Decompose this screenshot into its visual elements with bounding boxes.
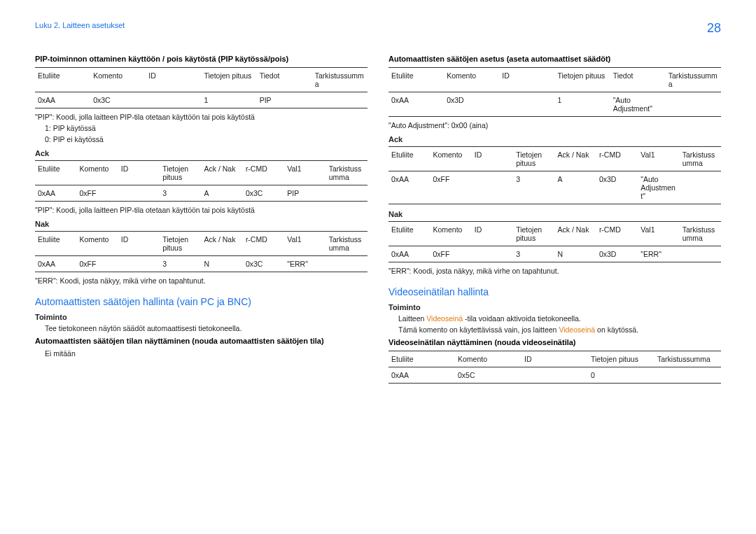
cell: 3 bbox=[160, 185, 201, 202]
col-header: Etuliite bbox=[388, 351, 455, 367]
col-header: r-CMD bbox=[243, 232, 284, 256]
cell: 1 bbox=[554, 92, 610, 117]
col-header: Tarkistussumma bbox=[666, 68, 721, 92]
cell: 3 bbox=[513, 171, 554, 204]
text: on käytössä. bbox=[595, 325, 638, 334]
col-header: Komento bbox=[430, 147, 471, 171]
col-header: Etuliite bbox=[388, 68, 444, 92]
page-number: 28 bbox=[707, 21, 721, 36]
col-header: Ack / Nak bbox=[202, 232, 243, 256]
col-header: Tarkistussumma bbox=[680, 147, 721, 171]
videowall-heading: Videoseinätilan hallinta bbox=[388, 286, 721, 297]
col-header: Tarkistussumma bbox=[680, 222, 721, 246]
cell bbox=[499, 92, 554, 117]
cell: 0x3D bbox=[596, 171, 638, 204]
chapter-heading: Luku 2. Laitteen asetukset bbox=[35, 21, 721, 29]
toiminto-label: Toiminto bbox=[35, 313, 368, 321]
text: Laitteen bbox=[398, 314, 426, 323]
col-header: Tarkistussumma bbox=[326, 232, 368, 256]
toiminto-label-right: Toiminto bbox=[388, 303, 721, 311]
cell: 0xFF bbox=[76, 185, 118, 202]
auto-set-heading: Automaattisten säätöjen asetus (aseta au… bbox=[388, 55, 721, 63]
col-header: Komento bbox=[76, 232, 118, 256]
cell: "Auto Adjustment" bbox=[638, 171, 679, 204]
cell: 0xAA bbox=[35, 92, 90, 108]
col-header: Tietojen pituus bbox=[513, 222, 554, 246]
auto-adjust-heading: Automaattisten säätöjen hallinta (vain P… bbox=[35, 296, 368, 307]
col-header: r-CMD bbox=[596, 147, 638, 171]
cell: "ERR" bbox=[638, 246, 679, 262]
cell bbox=[654, 367, 721, 384]
col-header: Val1 bbox=[284, 161, 326, 185]
auto-ack-table: Etuliite Komento ID Tietojen pituus Ack … bbox=[388, 146, 721, 204]
video-bullet-2: Tämä komento on käytettävissä vain, jos … bbox=[388, 325, 721, 334]
cell: 3 bbox=[513, 246, 554, 262]
col-header: Tietojen pituus bbox=[588, 351, 654, 367]
video-command-table: Etuliite Komento ID Tietojen pituus Tark… bbox=[388, 351, 721, 384]
col-header: r-CMD bbox=[243, 161, 284, 185]
cell: 0x3C bbox=[90, 92, 146, 108]
pip-heading: PIP-toiminnon ottaminen käyttöön / pois … bbox=[35, 55, 368, 63]
pip-list-1: 1: PIP käytössä bbox=[35, 124, 368, 132]
cell: 0x3C bbox=[243, 256, 284, 272]
cell bbox=[472, 246, 513, 262]
cell: A bbox=[202, 185, 243, 202]
cell: 0xFF bbox=[76, 256, 118, 272]
cell bbox=[522, 367, 588, 384]
cell bbox=[680, 246, 721, 262]
cell: 0xFF bbox=[430, 171, 471, 204]
cell: 0xAA bbox=[388, 246, 430, 262]
cell: 0x3D bbox=[444, 92, 499, 117]
nak-label: Nak bbox=[35, 220, 368, 228]
auto-status-heading: Automaattisten säätöjen tilan näyttämine… bbox=[35, 337, 368, 345]
col-header: Tiedot bbox=[610, 68, 666, 92]
cell: 1 bbox=[201, 92, 256, 108]
pip-note: "PIP": Koodi, jolla laitteen PIP-tila ot… bbox=[35, 113, 368, 121]
cell bbox=[680, 171, 721, 204]
col-header: ID bbox=[472, 147, 513, 171]
cell bbox=[326, 256, 368, 272]
col-header: Komento bbox=[455, 351, 522, 367]
col-header: Etuliite bbox=[35, 68, 90, 92]
pip-nak-table: Etuliite Komento ID Tietojen pituus Ack … bbox=[35, 231, 368, 272]
cell bbox=[312, 92, 368, 108]
cell: 0xAA bbox=[388, 171, 430, 204]
col-header: Komento bbox=[90, 68, 146, 92]
col-header: Val1 bbox=[638, 222, 679, 246]
cell: 0x5C bbox=[455, 367, 522, 384]
two-column-layout: PIP-toiminnon ottaminen käyttöön / pois … bbox=[35, 50, 721, 388]
col-header: Tietojen pituus bbox=[160, 161, 201, 185]
cell: PIP bbox=[284, 185, 326, 202]
col-header: Etuliite bbox=[388, 222, 430, 246]
cell: PIP bbox=[257, 92, 312, 108]
videowall-term: Videoseinä bbox=[426, 314, 463, 323]
col-header: Tietojen pituus bbox=[160, 232, 201, 256]
auto-bullet-1: Tee tietokoneen näytön säädöt automaatti… bbox=[35, 324, 368, 332]
ack-label: Ack bbox=[35, 149, 368, 157]
col-header: Tarkistussumma bbox=[326, 161, 368, 185]
pip-ack-table: Etuliite Komento ID Tietojen pituus Ack … bbox=[35, 160, 368, 202]
cell bbox=[472, 171, 513, 204]
col-header: Val1 bbox=[638, 147, 679, 171]
videowall-term: Videoseinä bbox=[559, 325, 595, 334]
pip-note-2: "PIP": Koodi, jolla laitteen PIP-tila ot… bbox=[35, 206, 368, 214]
cell bbox=[326, 185, 368, 202]
cell: 0 bbox=[588, 367, 654, 384]
col-header: Ack / Nak bbox=[555, 222, 596, 246]
col-header: Tietojen pituus bbox=[513, 147, 554, 171]
cell bbox=[118, 185, 160, 202]
cell: 0xAA bbox=[35, 185, 76, 202]
col-header: Tiedot bbox=[257, 68, 312, 92]
page: 28 Luku 2. Laitteen asetukset PIP-toimin… bbox=[0, 0, 756, 409]
col-header: ID bbox=[522, 351, 588, 367]
col-header: ID bbox=[472, 222, 513, 246]
col-header: Komento bbox=[444, 68, 499, 92]
err-note-left: "ERR": Koodi, josta näkyy, mikä virhe on… bbox=[35, 276, 368, 285]
auto-bullet-2: Ei mitään bbox=[35, 349, 368, 358]
cell: 0x3C bbox=[243, 185, 284, 202]
cell: N bbox=[555, 246, 596, 262]
col-header: Komento bbox=[76, 161, 118, 185]
col-header: ID bbox=[118, 161, 160, 185]
col-header: Tietojen pituus bbox=[554, 68, 610, 92]
cell: 3 bbox=[160, 256, 201, 272]
